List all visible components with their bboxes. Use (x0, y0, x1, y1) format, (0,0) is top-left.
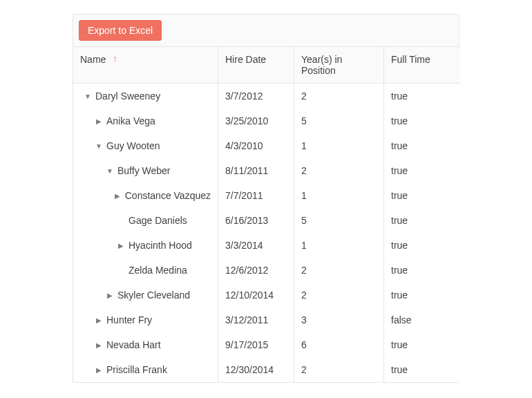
employee-name: Guy Wooten (106, 140, 160, 151)
column-header-full-time[interactable]: Full Time (384, 46, 460, 84)
cell-hire-date: 12/6/2012 (218, 258, 294, 283)
employee-name: Priscilla Frank (106, 364, 167, 375)
cell-years: 3 (294, 307, 384, 332)
cell-name: ▼Buffy Weber (73, 158, 218, 183)
cell-name: ▶Gage Daniels (73, 208, 218, 233)
grid: Name ↑ Hire Date Year(s) in Position Ful… (73, 46, 459, 382)
employee-name: Skyler Cleveland (117, 290, 190, 301)
employee-name: Hunter Fry (106, 314, 152, 325)
cell-hire-date: 12/10/2014 (218, 283, 294, 307)
cell-full-time: true (384, 357, 460, 382)
expand-icon[interactable]: ▶ (105, 292, 115, 299)
cell-hire-date: 9/17/2015 (218, 332, 294, 357)
cell-years: 6 (294, 332, 384, 357)
cell-years: 2 (294, 84, 384, 108)
cell-hire-date: 6/16/2013 (218, 208, 294, 233)
export-to-excel-button[interactable]: Export to Excel (79, 20, 162, 41)
cell-name: ▶Anika Vega (73, 108, 218, 133)
cell-hire-date: 12/30/2014 (218, 357, 294, 382)
employee-name: Nevada Hart (106, 339, 161, 350)
employee-name: Gage Daniels (129, 215, 187, 226)
cell-years: 5 (294, 208, 384, 233)
expand-icon[interactable]: ▶ (113, 192, 122, 200)
cell-hire-date: 3/25/2010 (218, 108, 294, 133)
collapse-icon[interactable]: ▼ (94, 142, 104, 150)
cell-name: ▶Priscilla Frank (73, 357, 218, 382)
employee-name: Constance Vazquez (125, 190, 211, 201)
cell-full-time: true (384, 84, 460, 108)
cell-name: ▼Daryl Sweeney (73, 84, 218, 108)
column-header-label: Hire Date (225, 54, 266, 65)
cell-full-time: true (384, 208, 460, 233)
cell-hire-date: 8/11/2011 (218, 158, 294, 183)
toolbar: Export to Excel (73, 15, 459, 46)
cell-full-time: true (384, 108, 460, 133)
cell-years: 1 (294, 233, 384, 258)
cell-name: ▶Nevada Hart (73, 332, 218, 357)
cell-hire-date: 3/3/2014 (218, 233, 294, 258)
cell-name: ▼Guy Wooten (73, 133, 218, 158)
cell-years: 5 (294, 108, 384, 133)
expand-icon[interactable]: ▶ (116, 242, 126, 249)
cell-name: ▶Hyacinth Hood (73, 233, 218, 258)
cell-full-time: true (384, 258, 460, 283)
cell-years: 2 (294, 158, 384, 183)
expand-icon[interactable]: ▶ (94, 117, 104, 125)
cell-full-time: true (384, 332, 460, 357)
expand-icon[interactable]: ▶ (94, 341, 104, 349)
cell-full-time: true (384, 183, 460, 208)
employee-name: Zelda Medina (129, 265, 187, 276)
collapse-icon[interactable]: ▼ (83, 93, 93, 100)
cell-hire-date: 7/7/2011 (218, 183, 294, 208)
expand-icon[interactable]: ▶ (94, 316, 104, 324)
cell-years: 1 (294, 183, 384, 208)
employee-name: Daryl Sweeney (95, 91, 160, 102)
employee-name: Anika Vega (106, 115, 155, 126)
cell-name: ▶Hunter Fry (73, 307, 218, 332)
cell-hire-date: 3/12/2011 (218, 307, 294, 332)
expand-icon[interactable]: ▶ (94, 366, 104, 374)
cell-name: ▶Zelda Medina (73, 258, 218, 283)
cell-years: 2 (294, 258, 384, 283)
employee-name: Buffy Weber (117, 165, 171, 176)
employee-name: Hyacinth Hood (129, 240, 192, 251)
cell-full-time: true (384, 283, 460, 307)
cell-hire-date: 4/3/2010 (218, 133, 294, 158)
cell-years: 2 (294, 357, 384, 382)
collapse-icon[interactable]: ▼ (105, 167, 115, 175)
column-header-hire-date[interactable]: Hire Date (218, 46, 294, 84)
column-header-years[interactable]: Year(s) in Position (294, 46, 384, 84)
cell-name: ▶Constance Vazquez (73, 183, 218, 208)
cell-full-time: false (384, 307, 460, 332)
cell-name: ▶Skyler Cleveland (73, 283, 218, 307)
cell-years: 1 (294, 133, 384, 158)
treelist: Export to Excel Name ↑ Hire Date Year(s)… (73, 14, 459, 383)
column-header-label: Name (80, 54, 106, 65)
column-header-name[interactable]: Name ↑ (73, 46, 218, 84)
cell-hire-date: 3/7/2012 (218, 84, 294, 108)
sort-ascending-icon: ↑ (113, 54, 117, 64)
column-header-label: Full Time (391, 54, 430, 65)
cell-full-time: true (384, 133, 460, 158)
cell-full-time: true (384, 158, 460, 183)
cell-years: 2 (294, 283, 384, 307)
column-header-label: Year(s) in Position (301, 54, 342, 76)
cell-full-time: true (384, 233, 460, 258)
